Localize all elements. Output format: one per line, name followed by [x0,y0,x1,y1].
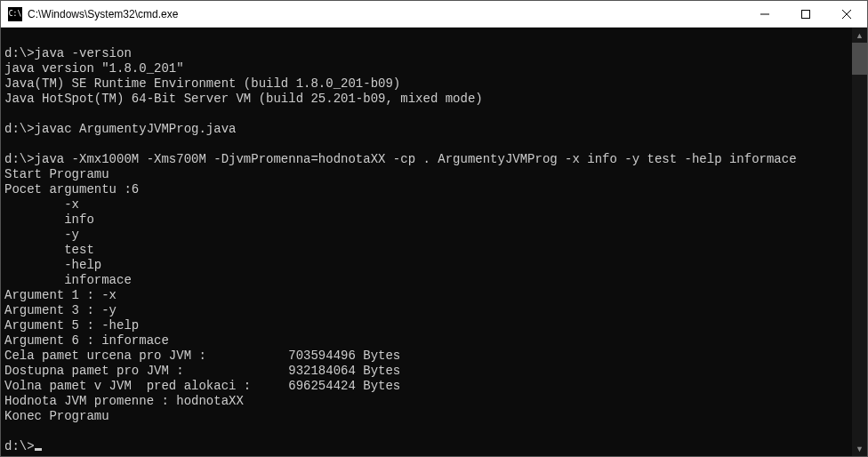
console-line: -y [4,228,79,242]
console-line: Java HotSpot(TM) 64-Bit Server VM (build… [4,92,483,106]
console-line: Konec Programu [4,409,109,423]
console-line: Start Programu [4,167,109,181]
console-line: informace [4,273,132,287]
maximize-icon [801,10,810,19]
console-line: info [4,212,94,227]
console-line: Argument 6 : informace [4,333,169,348]
console-line: Dostupna pamet pro JVM : 932184064 Bytes [4,364,400,378]
console-line: test [4,243,94,257]
console-line: -help [4,258,101,272]
console-output[interactable]: d:\>java -version java version "1.8.0_20… [1,28,852,456]
console-line: Hodnota JVM promenne : hodnotaXX [4,394,244,408]
scroll-down-arrow-icon[interactable]: ▼ [852,441,867,456]
console-line: Argument 1 : -x [4,288,117,302]
scroll-thumb[interactable] [852,43,867,75]
scroll-up-arrow-icon[interactable]: ▲ [852,28,867,43]
close-button[interactable] [826,1,867,27]
console-line: -x [4,197,79,212]
titlebar-buttons [744,1,867,27]
window-title: C:\Windows\System32\cmd.exe [28,8,744,20]
close-icon [842,10,851,19]
console-client-area: d:\>java -version java version "1.8.0_20… [1,28,867,456]
console-line: Pocet argumentu :6 [4,182,139,196]
cmd-icon: C:\ [8,7,22,21]
console-line: Argument 5 : -help [4,318,139,333]
minimize-icon [760,10,769,19]
console-line: Argument 3 : -y [4,303,117,317]
console-line: Java(TM) SE Runtime Environment (build 1… [4,76,400,91]
minimize-button[interactable] [744,1,785,27]
console-line: d:\> [4,439,35,453]
maximize-button[interactable] [785,1,826,27]
console-line: Cela pamet urcena pro JVM : 703594496 By… [4,349,400,363]
cmd-window: C:\ C:\Windows\System32\cmd.exe d:\>java… [0,0,868,457]
vertical-scrollbar[interactable]: ▲ ▼ [852,28,867,456]
scroll-track[interactable] [852,43,867,441]
console-line: Volna pamet v JVM pred alokaci : 6962544… [4,379,400,393]
titlebar[interactable]: C:\ C:\Windows\System32\cmd.exe [1,1,867,28]
console-line: d:\>java -Xmx1000M -Xms700M -DjvmPromenn… [4,152,797,166]
console-line: d:\>java -version [4,46,132,60]
svg-rect-1 [802,10,810,18]
cursor [35,448,42,451]
console-line: d:\>javac ArgumentyJVMProg.java [4,122,236,136]
console-line: java version "1.8.0_201" [4,61,184,76]
